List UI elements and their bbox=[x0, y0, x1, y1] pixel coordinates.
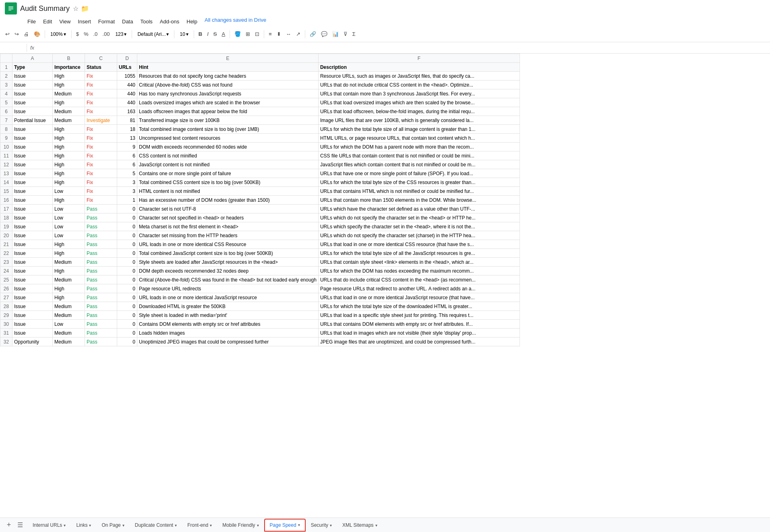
cell-status[interactable]: Pass bbox=[85, 240, 117, 249]
cell-type[interactable]: Issue bbox=[12, 151, 53, 160]
cell-desc[interactable]: CSS file URLs that contain content that … bbox=[318, 151, 520, 160]
cell-type[interactable]: Issue bbox=[12, 134, 53, 143]
cell-desc[interactable]: URLs that contain more than 3 synchronou… bbox=[318, 89, 520, 98]
cell-a1[interactable]: Type bbox=[12, 63, 53, 72]
cell-desc[interactable]: URLs that load offscreen, below-the-fold… bbox=[318, 107, 520, 116]
cell-urls[interactable]: 440 bbox=[117, 89, 137, 98]
cell-c1[interactable]: Status bbox=[85, 63, 117, 72]
cell-status[interactable]: Fix bbox=[85, 107, 117, 116]
cell-desc[interactable]: URLs which have the character set define… bbox=[318, 205, 520, 213]
cell-type[interactable]: Issue bbox=[12, 249, 53, 258]
cell-desc[interactable]: JPEG image files that are unoptimized, a… bbox=[318, 337, 520, 346]
cell-importance[interactable]: Medium bbox=[53, 311, 85, 320]
cell-desc[interactable]: URLs that contains HTML which is not min… bbox=[318, 187, 520, 196]
cell-desc[interactable]: URLs which do not specify the character … bbox=[318, 231, 520, 240]
cell-hint[interactable]: Page resource URL redirects bbox=[137, 284, 319, 293]
cell-importance[interactable]: Medium bbox=[53, 337, 85, 346]
cell-type[interactable]: Issue bbox=[12, 284, 53, 293]
cell-desc[interactable]: URLs for which the total byte size of th… bbox=[318, 302, 520, 311]
cell-hint[interactable]: Contains one or more single point of fai… bbox=[137, 169, 319, 178]
menu-insert[interactable]: Insert bbox=[75, 17, 94, 26]
cell-status[interactable]: Fix bbox=[85, 187, 117, 196]
paint-format-button[interactable]: 🎨 bbox=[32, 29, 42, 39]
cell-status[interactable]: Fix bbox=[85, 134, 117, 143]
cell-type[interactable]: Issue bbox=[12, 267, 53, 275]
cell-urls[interactable]: 0 bbox=[117, 205, 137, 213]
cell-importance[interactable]: Medium bbox=[53, 329, 85, 337]
cell-urls[interactable]: 18 bbox=[117, 125, 137, 134]
decimal00-button[interactable]: .00 bbox=[100, 29, 112, 39]
cell-status[interactable]: Pass bbox=[85, 320, 117, 329]
cell-desc[interactable]: URLs for which the DOM has a parent node… bbox=[318, 143, 520, 151]
cell-hint[interactable]: Character set not specified in <head> or… bbox=[137, 213, 319, 222]
cell-status[interactable]: Investigate bbox=[85, 116, 117, 125]
menu-addons[interactable]: Add-ons bbox=[157, 17, 182, 26]
currency-button[interactable]: $ bbox=[74, 29, 81, 39]
cell-urls[interactable]: 0 bbox=[117, 240, 137, 249]
cell-urls[interactable]: 0 bbox=[117, 311, 137, 320]
cell-status[interactable]: Pass bbox=[85, 275, 117, 284]
cell-importance[interactable]: High bbox=[53, 151, 85, 160]
underline-button[interactable]: A bbox=[220, 29, 228, 39]
menu-tools[interactable]: Tools bbox=[137, 17, 155, 26]
cell-importance[interactable]: Low bbox=[53, 320, 85, 329]
cell-type[interactable]: Issue bbox=[12, 196, 53, 205]
cell-importance[interactable]: High bbox=[53, 240, 85, 249]
cell-hint[interactable]: Transferred image size is over 100KB bbox=[137, 116, 319, 125]
cell-type[interactable]: Issue bbox=[12, 143, 53, 151]
cell-urls[interactable]: 6 bbox=[117, 151, 137, 160]
cell-hint[interactable]: URL loads in one or more identical CSS R… bbox=[137, 240, 319, 249]
cell-hint[interactable]: Character set missing from the HTTP head… bbox=[137, 231, 319, 240]
cell-urls[interactable]: 440 bbox=[117, 98, 137, 107]
menu-file[interactable]: File bbox=[24, 17, 39, 26]
cell-importance[interactable]: Low bbox=[53, 205, 85, 213]
cell-status[interactable]: Pass bbox=[85, 258, 117, 267]
cell-type[interactable]: Issue bbox=[12, 311, 53, 320]
cell-type[interactable]: Issue bbox=[12, 240, 53, 249]
undo-button[interactable]: ↩ bbox=[3, 29, 12, 39]
cell-status[interactable]: Pass bbox=[85, 293, 117, 302]
cell-type[interactable]: Issue bbox=[12, 205, 53, 213]
cell-urls[interactable]: 163 bbox=[117, 107, 137, 116]
cell-desc[interactable]: URLs that load in a specific style sheet… bbox=[318, 311, 520, 320]
cell-status[interactable]: Fix bbox=[85, 81, 117, 89]
menu-edit[interactable]: Edit bbox=[40, 17, 55, 26]
cell-desc[interactable]: Page resource URLs that redirect to anot… bbox=[318, 284, 520, 293]
cell-type[interactable]: Issue bbox=[12, 81, 53, 89]
cell-urls[interactable]: 0 bbox=[117, 320, 137, 329]
cell-importance[interactable]: Low bbox=[53, 231, 85, 240]
cell-desc[interactable]: URLs for which the total byte size of th… bbox=[318, 178, 520, 187]
cell-importance[interactable]: Medium bbox=[53, 275, 85, 284]
menu-view[interactable]: View bbox=[56, 17, 74, 26]
cell-type[interactable]: Issue bbox=[12, 125, 53, 134]
cell-desc[interactable]: JavaScript files which contain content t… bbox=[318, 160, 520, 169]
cell-urls[interactable]: 0 bbox=[117, 258, 137, 267]
cell-status[interactable]: Pass bbox=[85, 302, 117, 311]
cell-importance[interactable]: High bbox=[53, 284, 85, 293]
cell-type[interactable]: Issue bbox=[12, 178, 53, 187]
cell-importance[interactable]: High bbox=[53, 143, 85, 151]
cell-type[interactable]: Issue bbox=[12, 329, 53, 337]
cell-hint[interactable]: Critical (Above-the-fold) CSS was found … bbox=[137, 275, 319, 284]
wrap-button[interactable]: ↔ bbox=[284, 29, 293, 39]
cell-f1[interactable]: Description bbox=[318, 63, 520, 72]
cell-hint[interactable]: Total combined JavaScript content size i… bbox=[137, 249, 319, 258]
col-header-a[interactable]: A bbox=[12, 54, 53, 63]
cell-importance[interactable]: High bbox=[53, 125, 85, 134]
italic-button[interactable]: I bbox=[205, 29, 211, 39]
cell-desc[interactable]: URLs for which the DOM has nodes exceedi… bbox=[318, 267, 520, 275]
cell-hint[interactable]: Style sheet is loaded in with media='pri… bbox=[137, 311, 319, 320]
col-header-b[interactable]: B bbox=[53, 54, 85, 63]
cell-urls[interactable]: 0 bbox=[117, 293, 137, 302]
cell-type[interactable]: Issue bbox=[12, 160, 53, 169]
merge-button[interactable]: ⊡ bbox=[253, 29, 261, 39]
cell-type[interactable]: Issue bbox=[12, 320, 53, 329]
cell-urls[interactable]: 0 bbox=[117, 284, 137, 293]
cell-type[interactable]: Opportunity bbox=[12, 337, 53, 346]
print-button[interactable]: 🖨 bbox=[22, 29, 31, 39]
cell-urls[interactable]: 440 bbox=[117, 81, 137, 89]
cell-type[interactable]: Issue bbox=[12, 72, 53, 81]
cell-desc[interactable]: URLs that load oversized images which ar… bbox=[318, 98, 520, 107]
cell-desc[interactable]: URLs that contain more than 1500 element… bbox=[318, 196, 520, 205]
cell-importance[interactable]: Medium bbox=[53, 116, 85, 125]
